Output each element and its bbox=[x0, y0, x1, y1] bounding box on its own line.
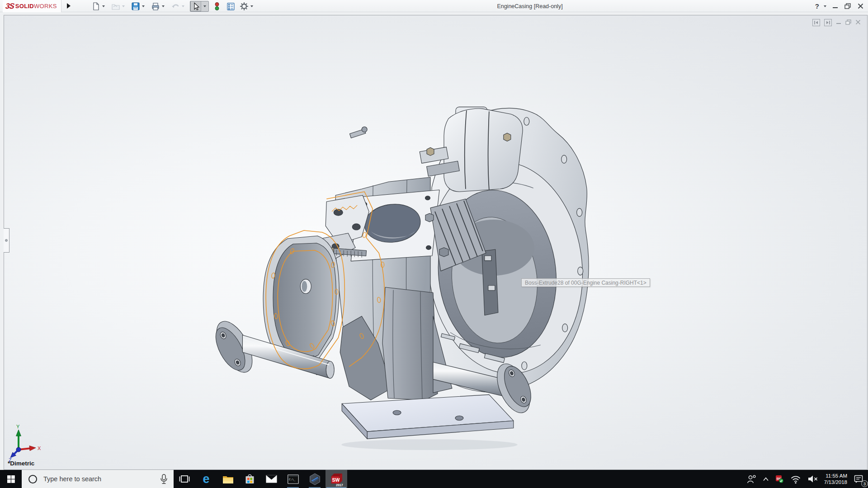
start-button[interactable] bbox=[0, 470, 22, 488]
ds-logo-mark: 3S bbox=[5, 2, 14, 11]
new-document-button[interactable] bbox=[90, 1, 101, 11]
traffic-light-icon bbox=[212, 2, 222, 11]
open-button[interactable] bbox=[110, 1, 121, 11]
wifi-button[interactable] bbox=[787, 470, 804, 488]
hexagon-app-icon bbox=[309, 473, 321, 485]
window-title: EngineCasing [Read-only] bbox=[497, 0, 562, 12]
edge-button[interactable]: e bbox=[195, 470, 217, 488]
print-caret[interactable] bbox=[162, 5, 165, 7]
new-caret[interactable] bbox=[102, 5, 105, 7]
file-properties-button[interactable] bbox=[225, 1, 236, 11]
pane-right-icon bbox=[826, 20, 830, 25]
chevron-up-icon bbox=[763, 477, 769, 482]
cmd-prompt-text: C:\_ bbox=[289, 477, 296, 481]
logo-solid-text: SOLID bbox=[15, 3, 34, 9]
window-controls: ? bbox=[815, 0, 864, 12]
people-button[interactable] bbox=[744, 470, 760, 488]
windows-logo-icon bbox=[7, 475, 15, 483]
solidworks-tray-badge[interactable]: SW bbox=[772, 470, 787, 488]
system-tray: SW 11:55 AM 7/13/2018 bbox=[744, 470, 868, 488]
quick-access-toolbar bbox=[90, 0, 259, 12]
minimize-icon bbox=[832, 3, 838, 9]
print-icon bbox=[151, 2, 160, 11]
hexagon-cad-app-button[interactable] bbox=[304, 470, 326, 488]
collapse-pane-left-button[interactable] bbox=[812, 19, 820, 26]
command-prompt-button[interactable]: C:\_ bbox=[282, 470, 304, 488]
doc-close-button[interactable] bbox=[855, 19, 861, 27]
minimize-button[interactable] bbox=[831, 2, 839, 11]
select-button[interactable] bbox=[190, 1, 201, 11]
collapse-pane-right-button[interactable] bbox=[824, 19, 832, 26]
mail-icon bbox=[266, 475, 277, 483]
undo-caret[interactable] bbox=[182, 5, 184, 7]
options-button[interactable] bbox=[239, 1, 250, 11]
store-button[interactable] bbox=[239, 470, 260, 488]
cortana-icon[interactable] bbox=[28, 475, 37, 483]
taskbar-apps: e C: bbox=[174, 470, 347, 488]
volume-button[interactable] bbox=[804, 470, 821, 488]
people-icon bbox=[747, 474, 756, 484]
taskbar: e C: bbox=[0, 470, 868, 488]
undo-icon bbox=[171, 2, 180, 11]
feature-tooltip: Boss-Extrude28 of 00G-Engine Casing-RIGH… bbox=[521, 278, 650, 287]
file-explorer-icon bbox=[222, 474, 234, 484]
tray-clock[interactable]: 11:55 AM 7/13/2018 bbox=[821, 473, 851, 485]
open-icon bbox=[111, 2, 120, 11]
graphics-area[interactable]: Boss-Extrude28 of 00G-Engine Casing-RIGH… bbox=[4, 15, 868, 470]
select-caret[interactable] bbox=[203, 5, 206, 7]
save-button[interactable] bbox=[130, 1, 141, 11]
rebuild-traffic-light-button[interactable] bbox=[212, 1, 222, 11]
solidworks-app-icon: SW 2017 bbox=[329, 472, 344, 487]
select-tool-group bbox=[190, 1, 209, 12]
notification-badge: 3 bbox=[861, 480, 868, 487]
close-button[interactable] bbox=[856, 2, 864, 11]
help-caret[interactable] bbox=[824, 5, 826, 7]
open-caret[interactable] bbox=[122, 5, 125, 7]
undo-button[interactable] bbox=[170, 1, 181, 11]
microphone-icon[interactable] bbox=[160, 474, 168, 484]
feature-pane-handle[interactable] bbox=[4, 228, 9, 253]
new-document-icon bbox=[91, 2, 100, 11]
restore-button[interactable] bbox=[844, 2, 852, 11]
tray-overflow-chevron[interactable] bbox=[760, 470, 772, 488]
task-view-icon bbox=[179, 474, 190, 484]
doc-restore-button[interactable] bbox=[845, 19, 851, 27]
restore-icon bbox=[844, 3, 851, 9]
search-input[interactable] bbox=[43, 475, 160, 483]
doc-close-icon bbox=[855, 19, 861, 25]
sw-icon-year: 2017 bbox=[336, 483, 343, 486]
help-button[interactable]: ? bbox=[815, 2, 819, 10]
doc-restore-icon bbox=[845, 19, 851, 25]
doc-minimize-icon bbox=[836, 19, 841, 25]
store-icon bbox=[245, 474, 255, 484]
save-caret[interactable] bbox=[142, 5, 145, 7]
model-shadow bbox=[341, 439, 518, 450]
options-caret[interactable] bbox=[250, 5, 253, 7]
mail-button[interactable] bbox=[260, 470, 282, 488]
engine-casing-model[interactable] bbox=[4, 15, 867, 469]
pane-left-icon bbox=[814, 20, 819, 25]
task-view-button[interactable] bbox=[174, 470, 195, 488]
logo-works-text: WORKS bbox=[34, 3, 57, 9]
model-base-plate[interactable] bbox=[342, 394, 514, 439]
toolbar-flyout-arrow[interactable] bbox=[67, 3, 71, 9]
reference-triad: Y X Z bbox=[9, 424, 45, 463]
document-window-controls bbox=[812, 19, 861, 27]
properties-list-icon bbox=[226, 2, 235, 11]
view-orientation-label: *Dimetric bbox=[8, 460, 34, 467]
triad-x-label: X bbox=[38, 446, 41, 451]
gear-icon bbox=[240, 2, 249, 11]
action-center-button[interactable]: 3 bbox=[851, 470, 868, 488]
print-button[interactable] bbox=[150, 1, 161, 11]
volume-muted-icon bbox=[807, 474, 818, 483]
solidworks-logo: 3S SOLID WORKS bbox=[3, 0, 61, 12]
doc-minimize-button[interactable] bbox=[836, 19, 841, 27]
pane-handle-dot bbox=[5, 239, 8, 242]
solidworks-taskbar-button[interactable]: SW 2017 bbox=[326, 470, 347, 488]
save-icon bbox=[131, 2, 140, 11]
edge-icon: e bbox=[203, 473, 209, 485]
file-explorer-button[interactable] bbox=[217, 470, 239, 488]
triad-y-label: Y bbox=[16, 424, 20, 429]
taskbar-search[interactable] bbox=[22, 470, 174, 488]
cursor-icon bbox=[191, 2, 200, 11]
